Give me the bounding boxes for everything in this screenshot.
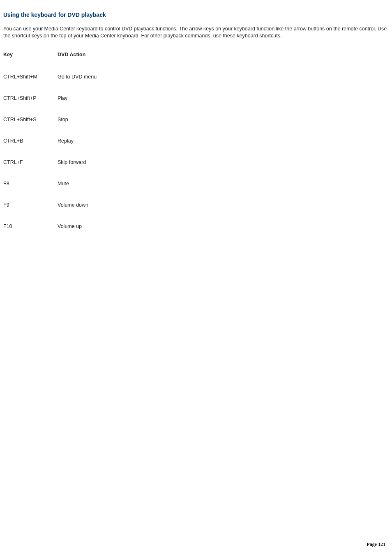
table-header-action: DVD Action [58, 52, 97, 74]
shortcut-table: Key DVD Action CTRL+Shift+M Go to DVD me… [3, 52, 97, 229]
table-cell-key: F8 [3, 181, 58, 202]
table-cell-action: Stop [58, 117, 97, 138]
table-row: CTRL+Shift+S Stop [3, 117, 97, 138]
page-number: 121 [378, 541, 385, 547]
table-cell-key: CTRL+F [3, 159, 58, 181]
table-cell-action: Skip forward [58, 159, 97, 181]
table-row: F9 Volume down [3, 202, 97, 223]
table-cell-key: CTRL+B [3, 138, 58, 159]
table-row: F8 Mute [3, 181, 97, 202]
page-label: Page [367, 541, 377, 547]
table-cell-action: Replay [58, 138, 97, 159]
table-cell-key: F9 [3, 202, 58, 223]
table-row: CTRL+B Replay [3, 138, 97, 159]
table-header-key: Key [3, 52, 58, 74]
table-cell-action: Mute [58, 181, 97, 202]
table-cell-action: Go to DVD menu [58, 74, 97, 95]
table-cell-key: CTRL+Shift+P [3, 95, 58, 117]
table-row: CTRL+F Skip forward [3, 159, 97, 181]
page-heading: Using the keyboard for DVD playback [3, 12, 389, 18]
table-cell-key: CTRL+Shift+S [3, 117, 58, 138]
page-footer: Page 121 [367, 541, 385, 548]
table-cell-action: Volume down [58, 202, 97, 223]
table-cell-key: CTRL+Shift+M [3, 74, 58, 95]
table-cell-action: Volume up [58, 223, 97, 229]
intro-paragraph: You can use your Media Center keyboard t… [3, 25, 389, 39]
table-cell-action: Play [58, 95, 97, 117]
table-cell-key: F10 [3, 223, 58, 229]
table-row: CTRL+Shift+M Go to DVD menu [3, 74, 97, 95]
table-header-row: Key DVD Action [3, 52, 97, 74]
table-row: CTRL+Shift+P Play [3, 95, 97, 117]
table-row: F10 Volume up [3, 223, 97, 229]
